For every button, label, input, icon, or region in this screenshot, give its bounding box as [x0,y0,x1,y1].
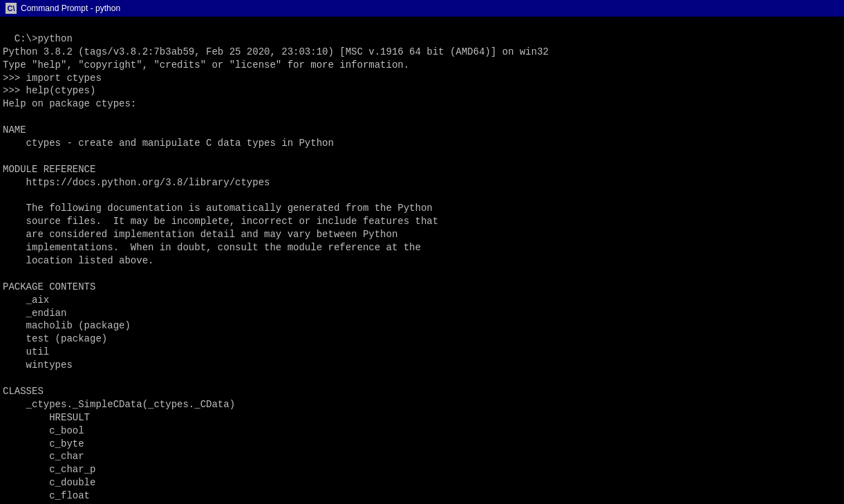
terminal-content: C:\>python Python 3.8.2 (tags/v3.8.2:7b3… [3,33,549,504]
cmd-icon: C\ [6,3,17,14]
window-title: Command Prompt - python [21,3,120,13]
title-bar: C\ Command Prompt - python [0,0,844,17]
terminal-output: C:\>python Python 3.8.2 (tags/v3.8.2:7b3… [0,17,844,504]
